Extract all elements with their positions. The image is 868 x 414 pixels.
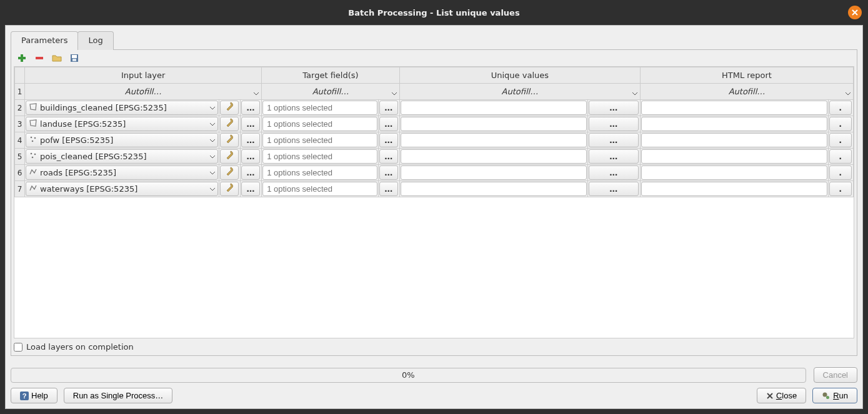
input-layer-browse-button[interactable]: …	[241, 133, 260, 147]
svg-point-6	[31, 137, 32, 139]
target-fields-browse-button[interactable]: …	[379, 101, 398, 115]
unique-values-browse-button[interactable]: …	[589, 133, 639, 147]
svg-point-9	[31, 153, 32, 155]
unique-values-browse-button[interactable]: …	[589, 117, 639, 131]
unique-values-output[interactable]	[401, 117, 587, 131]
col-target-fields[interactable]: Target field(s)	[262, 67, 400, 84]
unique-values-browse-button[interactable]: …	[589, 165, 639, 180]
chevron-down-icon	[210, 119, 215, 129]
input-layer-combo[interactable]: waterways [EPSG:5235]	[26, 182, 218, 196]
html-report-output[interactable]	[641, 133, 827, 147]
unique-values-output[interactable]	[401, 133, 587, 147]
open-batch-button[interactable]	[50, 52, 64, 64]
help-icon: ?	[20, 392, 29, 400]
chevron-down-icon	[392, 89, 397, 98]
unique-values-output[interactable]	[401, 165, 587, 180]
html-report-output[interactable]	[641, 101, 827, 115]
chevron-down-icon	[632, 89, 637, 98]
html-report-browse-button[interactable]: .	[829, 101, 852, 115]
load-layers-checkbox[interactable]	[14, 343, 22, 352]
iterate-button[interactable]	[220, 165, 239, 180]
chevron-down-icon	[210, 168, 215, 177]
input-layer-combo[interactable]: pofw [EPSG:5235]	[26, 133, 218, 147]
autofill-target-fields[interactable]: Autofill…	[262, 84, 400, 100]
batch-grid: Input layer Target field(s) Unique value…	[14, 67, 854, 197]
unique-values-browse-button[interactable]: …	[589, 149, 639, 164]
target-fields-browse-button[interactable]: …	[379, 149, 398, 164]
add-row-button[interactable]	[15, 52, 29, 64]
target-fields-input[interactable]	[262, 165, 377, 180]
html-report-browse-button[interactable]: .	[829, 117, 852, 131]
unique-values-browse-button[interactable]: …	[589, 182, 639, 196]
tab-parameters[interactable]: Parameters	[11, 31, 78, 50]
html-report-browse-button[interactable]: .	[829, 182, 852, 196]
col-html-report[interactable]: HTML report	[640, 67, 853, 84]
point-layer-icon	[29, 151, 37, 162]
target-fields-browse-button[interactable]: …	[379, 133, 398, 147]
row-num: 6	[15, 165, 25, 181]
row-num: 7	[15, 181, 25, 197]
target-fields-input[interactable]	[262, 182, 377, 196]
minus-icon	[34, 53, 44, 63]
input-layer-browse-button[interactable]: …	[241, 101, 260, 115]
col-unique-values[interactable]: Unique values	[399, 67, 640, 84]
window-close-button[interactable]	[848, 6, 862, 19]
unique-values-output[interactable]	[401, 101, 587, 115]
wrench-icon	[224, 117, 235, 131]
iterate-button[interactable]	[220, 101, 239, 115]
target-fields-input[interactable]	[262, 133, 377, 147]
html-report-browse-button[interactable]: .	[829, 133, 852, 147]
input-layer-browse-button[interactable]: …	[241, 117, 260, 131]
col-input-layer[interactable]: Input layer	[25, 67, 262, 84]
unique-values-output[interactable]	[401, 149, 587, 164]
input-layer-combo[interactable]: landuse [EPSG:5235]	[26, 117, 218, 131]
iterate-button[interactable]	[220, 133, 239, 147]
html-report-browse-button[interactable]: .	[829, 165, 852, 180]
html-report-browse-button[interactable]: .	[829, 149, 852, 164]
html-report-output[interactable]	[641, 149, 827, 164]
x-icon	[766, 392, 774, 400]
html-report-output[interactable]	[641, 182, 827, 196]
target-fields-browse-button[interactable]: …	[379, 165, 398, 180]
svg-text:?: ?	[22, 392, 27, 400]
help-button[interactable]: ? Help	[11, 388, 57, 403]
input-layer-browse-button[interactable]: …	[241, 149, 260, 164]
input-layer-combo[interactable]: buildings_cleaned [EPSG:5235]	[26, 101, 218, 115]
target-fields-input[interactable]	[262, 117, 377, 131]
autofill-unique-values[interactable]: Autofill…	[399, 84, 640, 100]
save-batch-button[interactable]	[67, 52, 81, 64]
input-layer-label: buildings_cleaned [EPSG:5235]	[40, 103, 207, 112]
run-button[interactable]: Run	[812, 388, 857, 403]
wrench-icon	[224, 166, 235, 179]
tab-log[interactable]: Log	[77, 31, 113, 50]
target-fields-browse-button[interactable]: …	[379, 117, 398, 131]
close-button[interactable]: Close	[757, 388, 806, 403]
target-fields-input[interactable]	[262, 149, 377, 164]
unique-values-output[interactable]	[401, 182, 587, 196]
remove-row-button[interactable]	[32, 52, 46, 64]
titlebar: Batch Processing - List unique values	[0, 0, 868, 25]
iterate-button[interactable]	[220, 182, 239, 196]
input-layer-browse-button[interactable]: …	[241, 182, 260, 196]
run-single-button[interactable]: Run as Single Process…	[64, 388, 173, 403]
html-report-output[interactable]	[641, 117, 827, 131]
html-report-output[interactable]	[641, 165, 827, 180]
cancel-button[interactable]: Cancel	[814, 367, 857, 383]
svg-rect-5	[72, 59, 76, 61]
target-fields-browse-button[interactable]: …	[379, 182, 398, 196]
iterate-button[interactable]	[220, 149, 239, 164]
svg-rect-1	[18, 57, 26, 59]
autofill-html-report[interactable]: Autofill…	[640, 84, 853, 100]
autofill-input-layer[interactable]: Autofill…	[25, 84, 262, 100]
row-num: 4	[15, 132, 25, 149]
input-layer-combo[interactable]: roads [EPSG:5235]	[26, 165, 218, 180]
line-layer-icon	[29, 167, 37, 178]
unique-values-browse-button[interactable]: …	[589, 101, 639, 115]
target-fields-input[interactable]	[262, 101, 377, 115]
wrench-icon	[224, 101, 235, 114]
iterate-button[interactable]	[220, 117, 239, 131]
svg-point-8	[32, 140, 34, 142]
input-layer-combo[interactable]: pois_cleaned [EPSG:5235]	[26, 149, 218, 164]
chevron-down-icon	[846, 89, 851, 98]
input-layer-browse-button[interactable]: …	[241, 165, 260, 180]
